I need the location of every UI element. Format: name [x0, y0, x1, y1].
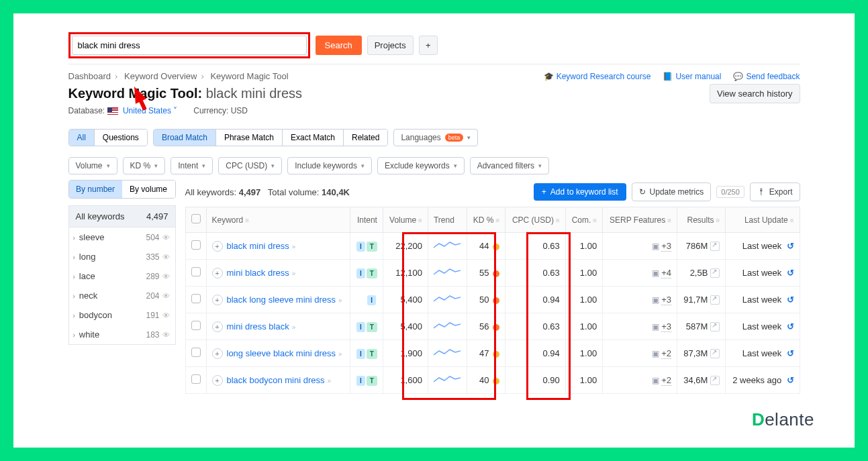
external-icon[interactable] [710, 268, 720, 278]
keyword-link[interactable]: black mini dress [227, 241, 289, 251]
sidebar-groups: ›sleeve504 👁›long335 👁›lace289 👁›neck204… [68, 227, 176, 345]
col-keyword[interactable]: Keyword≡ [206, 207, 350, 233]
refresh-row-icon[interactable]: ↻ [787, 268, 794, 278]
cell-com: 1.00 [565, 260, 602, 287]
search-input[interactable] [72, 36, 307, 55]
filter-kd[interactable]: KD %▾ [123, 157, 166, 174]
external-icon[interactable] [710, 322, 720, 331]
cell-volume: 12,100 [383, 260, 428, 287]
table-row: +long sleeve black mini dress» IT 1,900 … [185, 340, 800, 367]
add-keyword-icon[interactable]: + [212, 268, 223, 278]
col-serp[interactable]: SERP Features≡ [603, 207, 677, 233]
cell-volume: 1,900 [383, 340, 428, 367]
add-keyword-icon[interactable]: + [212, 295, 223, 305]
cell-com: 1.00 [565, 287, 602, 313]
chevron-down-icon: ˅ [173, 106, 177, 115]
refresh-row-icon[interactable]: ↻ [787, 321, 794, 331]
crumb-overview[interactable]: Keyword Overview [124, 71, 197, 81]
tab-exact[interactable]: Exact Match [283, 130, 344, 146]
link-feedback[interactable]: 💬Send feedback [733, 72, 800, 81]
cell-volume: 1,600 [383, 367, 428, 394]
external-icon[interactable] [710, 242, 720, 251]
row-checkbox[interactable] [191, 321, 201, 330]
add-keyword-icon[interactable]: + [212, 348, 223, 359]
cell-results: 91,7M [677, 287, 726, 313]
filter-intent[interactable]: Intent▾ [171, 157, 213, 174]
col-trend[interactable]: Trend [428, 207, 467, 233]
history-button[interactable]: View search history [710, 84, 800, 103]
sidebar-all-keywords[interactable]: All keywords4,497 [68, 205, 176, 227]
cell-volume: 22,200 [383, 233, 428, 260]
search-highlight [68, 32, 310, 58]
mode-by-volume[interactable]: By volume [122, 181, 175, 198]
add-to-list-button[interactable]: +Add to keyword list [534, 183, 626, 201]
tab-broad[interactable]: Broad Match [154, 130, 216, 146]
tab-all[interactable]: All [69, 130, 95, 146]
select-all-checkbox[interactable] [191, 214, 201, 223]
sidebar-group-long[interactable]: ›long335 👁 [69, 247, 175, 266]
col-com[interactable]: Com.≡ [565, 207, 602, 233]
refresh-row-icon[interactable]: ↻ [787, 375, 794, 385]
mode-by-number[interactable]: By number [69, 181, 122, 198]
row-checkbox[interactable] [191, 294, 201, 303]
col-intent[interactable]: Intent [350, 207, 383, 233]
update-metrics-button[interactable]: ↻Update metrics [632, 183, 712, 201]
filter-cpc[interactable]: CPC (USD)▾ [218, 157, 282, 174]
crumb-current: Keyword Magic Tool [210, 71, 288, 81]
keyword-link[interactable]: long sleeve black mini dress [227, 348, 336, 358]
col-last[interactable]: Last Update≡ [726, 207, 800, 233]
tab-questions[interactable]: Questions [95, 130, 147, 146]
update-counter: 0/250 [716, 186, 744, 198]
keyword-link[interactable]: mini dress black [227, 321, 289, 331]
image-icon: ▣ [652, 295, 659, 305]
col-kd[interactable]: KD %≡ [467, 207, 505, 233]
col-cpc[interactable]: CPC (USD)≡ [505, 207, 565, 233]
external-icon[interactable] [710, 295, 720, 305]
external-icon[interactable] [710, 349, 720, 358]
refresh-row-icon[interactable]: ↻ [787, 295, 794, 305]
keyword-link[interactable]: black bodycon mini dress [227, 375, 325, 385]
filter-advanced[interactable]: Advanced filters▾ [470, 157, 549, 174]
tab-phrase[interactable]: Phrase Match [216, 130, 283, 146]
add-keyword-icon[interactable]: + [212, 375, 223, 386]
search-bar: Search Projects + [68, 27, 800, 64]
table-row: +black long sleeve mini dress» I 5,400 5… [185, 287, 800, 313]
add-project-button[interactable]: + [419, 36, 438, 55]
languages-dropdown[interactable]: Languages beta ▾ [393, 129, 478, 146]
refresh-row-icon[interactable]: ↻ [787, 241, 794, 251]
col-volume[interactable]: Volume≡ [383, 207, 428, 233]
image-icon: ▣ [652, 322, 659, 331]
sidebar-group-bodycon[interactable]: ›bodycon191 👁 [69, 305, 175, 325]
row-checkbox[interactable] [191, 348, 201, 357]
cell-last: Last week ↻ [726, 287, 800, 313]
row-checkbox[interactable] [191, 240, 201, 250]
add-keyword-icon[interactable]: + [212, 241, 223, 252]
sidebar-group-sleeve[interactable]: ›sleeve504 👁 [69, 227, 175, 247]
cell-com: 1.00 [565, 233, 602, 260]
row-checkbox[interactable] [191, 374, 201, 384]
filter-volume[interactable]: Volume▾ [68, 157, 117, 174]
keyword-link[interactable]: mini black dress [227, 268, 289, 278]
link-manual[interactable]: 📘User manual [663, 72, 721, 81]
filter-exclude[interactable]: Exclude keywords▾ [377, 157, 465, 174]
filter-include[interactable]: Include keywords▾ [287, 157, 372, 174]
cell-cpc: 0.63 [505, 313, 565, 340]
database-selector[interactable]: Database: United States ˅ [68, 106, 178, 115]
export-button[interactable]: ⭱Export [750, 183, 800, 201]
external-icon[interactable] [710, 376, 720, 385]
sidebar-group-white[interactable]: ›white183 👁 [69, 325, 175, 344]
refresh-row-icon[interactable]: ↻ [787, 348, 794, 358]
projects-button[interactable]: Projects [367, 36, 414, 55]
search-button[interactable]: Search [316, 36, 362, 55]
sidebar-group-lace[interactable]: ›lace289 👁 [69, 266, 175, 286]
tab-related[interactable]: Related [344, 130, 387, 146]
chevron-right-icon: » [292, 243, 296, 250]
keyword-link[interactable]: black long sleeve mini dress [227, 295, 336, 305]
cell-last: Last week ↻ [726, 313, 800, 340]
row-checkbox[interactable] [191, 267, 201, 276]
crumb-dashboard[interactable]: Dashboard [68, 71, 111, 81]
add-keyword-icon[interactable]: + [212, 321, 223, 332]
col-results[interactable]: Results≡ [677, 207, 726, 233]
sidebar-group-neck[interactable]: ›neck204 👁 [69, 286, 175, 305]
link-course[interactable]: 🎓Keyword Research course [544, 72, 651, 81]
